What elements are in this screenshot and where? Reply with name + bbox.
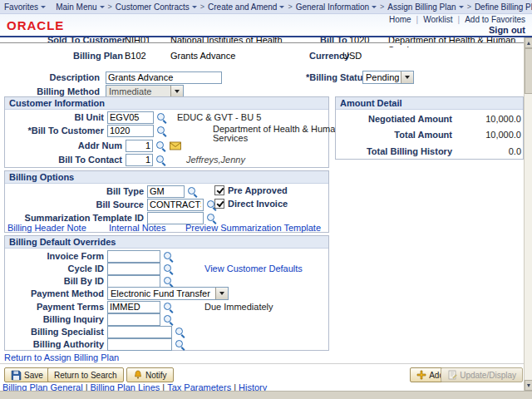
bill-source-input[interactable] (147, 199, 204, 211)
scrollbar-thumb[interactable] (525, 48, 532, 94)
address-envelope-icon[interactable] (170, 141, 181, 150)
breadcrumb-create-and-amend[interactable]: Create and Amend (208, 2, 284, 12)
billing-inquiry-lookup-icon[interactable] (162, 313, 174, 325)
breadcrumb-customer-contracts[interactable]: Customer Contracts (116, 2, 197, 12)
amount-detail-title: Amount Detail (336, 97, 523, 110)
billing-authority-lookup-icon[interactable] (174, 338, 185, 350)
breadcrumb-main-menu[interactable]: Main Menu (56, 2, 104, 12)
direct-invoice-checkbox[interactable] (214, 199, 224, 209)
invoice-form-input[interactable] (107, 250, 160, 263)
scroll-up-button[interactable] (525, 37, 532, 48)
update-display-button: Update/Display (441, 367, 523, 382)
invoice-form-lookup-icon[interactable] (162, 250, 174, 262)
divider (0, 42, 524, 43)
notify-bell-icon (133, 370, 143, 380)
billing-inquiry-input[interactable] (107, 313, 160, 326)
breadcrumb-separator: > (467, 2, 471, 11)
description-input[interactable] (106, 71, 222, 84)
chevron-down-icon (459, 6, 464, 8)
view-customer-defaults-link[interactable]: View Customer Defaults (204, 264, 303, 273)
pre-approved-label: Pre Approved (228, 185, 288, 195)
payment-terms-description: Due Immediately (204, 302, 273, 312)
billing-specialist-input[interactable] (107, 326, 172, 338)
bill-to-contact-input[interactable] (126, 154, 153, 166)
bill-to-label: Bill To (320, 37, 347, 45)
addr-num-input[interactable] (126, 140, 153, 152)
breadcrumb: Favorites Main Menu > Customer Contracts… (0, 0, 532, 14)
bill-to-contact-lookup-icon[interactable] (155, 154, 166, 165)
negotiated-amount-label: Negotiated Amount (336, 114, 452, 124)
bill-type-input[interactable] (147, 185, 185, 198)
scroll-down-button[interactable] (525, 380, 532, 391)
chevron-down-icon (41, 6, 46, 8)
breadcrumb-assign-billing-plan[interactable]: Assign Billing Plan (387, 2, 463, 12)
bi-unit-lookup-icon[interactable] (155, 111, 167, 123)
breadcrumb-separator: > (288, 2, 292, 11)
bill-type-lookup-icon[interactable] (186, 185, 198, 197)
pre-approved-field: Pre Approved (214, 185, 288, 195)
billing-default-overrides-title: Billing Default Overrides (5, 236, 328, 249)
addr-num-row: Addr Num (5, 139, 328, 152)
bill-to-contact-name: Jeffreys,Jenny (186, 155, 245, 165)
addr-num-lookup-icon[interactable] (155, 140, 166, 151)
bill-type-label: Bill Type (5, 186, 144, 196)
chevron-down-icon (192, 6, 197, 8)
chevron-down-icon (100, 6, 105, 8)
summarization-template-label: Summarization Template ID (5, 213, 144, 223)
sold-to-customer-value: NIH01 (125, 37, 150, 45)
payment-method-select[interactable]: Electronic Fund Transfer (107, 287, 229, 300)
worklist-link[interactable]: Worklist (423, 15, 452, 24)
payment-terms-input[interactable] (107, 301, 160, 313)
breadcrumb-general-information[interactable]: General Information (296, 2, 377, 12)
sign-out-link[interactable]: Sign out (489, 25, 525, 35)
total-billing-history-value: 0.0 (452, 146, 523, 156)
billing-specialist-lookup-icon[interactable] (174, 326, 185, 337)
billing-specialist-label: Billing Specialist (5, 327, 104, 337)
cycle-id-lookup-icon[interactable] (162, 263, 174, 274)
add-to-favorites-link[interactable]: Add to Favorites (465, 15, 525, 24)
invoice-form-row: Invoice Form (5, 249, 328, 263)
favorites-menu[interactable]: Favorites (4, 2, 46, 12)
bill-source-label: Bill Source (5, 200, 144, 209)
billing-status-select[interactable]: Pending (362, 71, 414, 84)
return-to-assign-billing-plan-link[interactable]: Return to Assign Billing Plan (4, 352, 119, 362)
bill-by-id-lookup-icon[interactable] (162, 275, 174, 287)
breadcrumb-separator: > (380, 2, 384, 11)
bill-by-id-input[interactable] (107, 275, 160, 288)
payment-method-label: Payment Method (5, 288, 104, 298)
notify-button[interactable]: Notify (126, 367, 174, 382)
billing-header-note-link[interactable]: Billing Header Note (7, 223, 86, 233)
total-amount-value: 10,000.0 (452, 130, 523, 140)
return-to-search-button[interactable]: Return to Search (47, 367, 124, 382)
bill-to-customer-input[interactable] (107, 125, 154, 137)
billing-plan-description: Grants Advance (170, 51, 235, 61)
payment-method-row: Payment Method Electronic Fund Transfer (5, 287, 328, 300)
preview-summarization-template-link[interactable]: Preview Summarization Template (185, 223, 321, 233)
summarization-template-lookup-icon[interactable] (205, 212, 217, 224)
billing-inquiry-label: Billing Inquiry (5, 314, 104, 324)
pre-approved-checkbox[interactable] (214, 185, 224, 195)
dropdown-arrow-icon (215, 288, 228, 299)
oracle-logo: ORACLE (7, 18, 64, 32)
bill-to-customer-lookup-icon[interactable] (155, 125, 167, 136)
direct-invoice-field: Direct Invoice (214, 199, 288, 209)
home-link[interactable]: Home (389, 15, 411, 24)
billing-plan-value: B102 (125, 51, 146, 61)
save-disk-icon (11, 370, 22, 381)
total-billing-history-label: Total Billing History (336, 146, 452, 156)
internal-notes-link[interactable]: Internal Notes (109, 223, 165, 233)
bi-unit-input[interactable] (107, 111, 154, 124)
chevron-down-icon (279, 6, 284, 8)
bill-to-value: 1020 (349, 37, 369, 45)
application-header: ORACLE Home | Worklist | Add to Favorite… (0, 14, 532, 37)
payment-terms-lookup-icon[interactable] (162, 301, 174, 313)
breadcrumb-define-billing-plan[interactable]: Define Billing Plan (475, 2, 532, 12)
vertical-scrollbar[interactable] (524, 37, 532, 391)
cycle-id-input[interactable] (107, 263, 160, 275)
bill-to-customer-label: *Bill To Customer (5, 126, 104, 135)
addr-num-label: Addr Num (5, 140, 122, 150)
billing-authority-input[interactable] (107, 338, 172, 351)
billing-status-value: Pending (363, 71, 401, 83)
save-button[interactable]: Save (4, 367, 50, 382)
bill-to-contact-row: Bill To Contact Jeffreys,Jenny (5, 153, 328, 166)
